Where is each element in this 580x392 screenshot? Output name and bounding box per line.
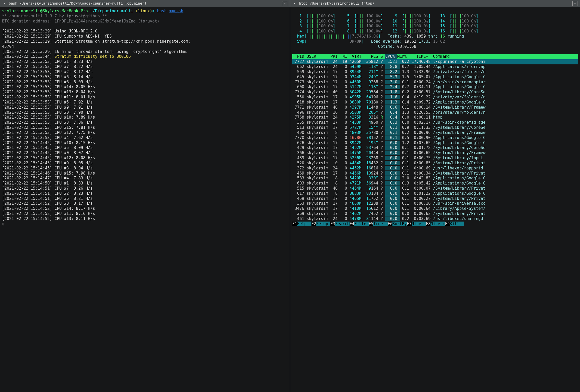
banner-line: ** cpuminer-multi 1.3.7 by tpruvot@githu… <box>2 14 288 19</box>
log-line: [2021-02-22 15:13:53] CPU #1: 8.23 H/s <box>2 59 288 64</box>
process-row[interactable]: 7771 skylarsim 40 0 4397M 11448 ? 0.6 0.… <box>292 105 578 110</box>
close-icon[interactable]: ✕ <box>3 2 6 5</box>
fkey-bar: F1Help F2Setup F3SearchF4FilterF5Tree F6… <box>292 222 578 227</box>
process-row[interactable]: 618 skylarsim 17 0 8880M 70180 ? 1.3 0.4… <box>292 100 578 105</box>
log-line: [2021-02-22 15:13:53] CPU #0: 7.90 H/s <box>2 110 288 115</box>
fkey-label: F4 <box>350 222 354 226</box>
log-line: [2021-02-22 15:14:51] CPU #2: 8.23 H/s <box>2 191 288 196</box>
fkey-label: F8 <box>426 222 431 226</box>
left-tabbar[interactable]: ✕ bash /Users/skylarsimoncelli/Downloads… <box>0 0 290 7</box>
fkey-label: F7 <box>407 222 412 226</box>
fkey-action[interactable]: Help <box>297 222 311 226</box>
left-tab-title: bash /Users/skylarsimoncelli/Downloads/c… <box>9 1 282 6</box>
process-table-header[interactable]: PID USER PRI NI VIRT RES S CPU% MEM% TIM… <box>292 54 578 59</box>
log-line: [2021-02-22 15:14:47] CPU #4: 7.83 H/s <box>2 176 288 181</box>
fkey-label: F6 <box>388 222 392 226</box>
log-line: [2021-02-22 15:13:53] CPU #9: 7.91 H/s <box>2 105 288 110</box>
swp-load-row: Swp[ 0K/0K] Load average: 19.62 17.33 15… <box>292 39 578 44</box>
cpu-meter-row: 3 [||||100.0%] 7 [||||100.0%] 11 [||||10… <box>292 24 578 29</box>
process-row[interactable]: 600 skylarsim 17 0 5127M 118M ? 2.4 0.7 … <box>292 85 578 90</box>
process-row[interactable]: 490 skylarsim 8 0 4803M 35780 ? 0.1 0.2 … <box>292 130 578 135</box>
right-tabbar[interactable]: ✕ htop /Users/skylarsimoncelli (htop) ≡ <box>290 0 580 7</box>
process-row[interactable]: 603 skylarsim 8 0 4721M 56944 ? 0.0 0.3 … <box>292 181 578 186</box>
process-row[interactable]: 372 skylarsim 24 0 4462M 16816 ? 0.0 0.1… <box>292 166 578 171</box>
fkey-action[interactable]: Filter <box>354 222 369 226</box>
right-pane: ✕ htop /Users/skylarsimoncelli (htop) ≡ … <box>290 0 580 392</box>
cursor: ▯ <box>2 222 288 227</box>
uptime-row: Uptime: 03:01:58 <box>292 44 578 49</box>
process-row[interactable]: 617 skylarsim 8 0 8883M 83184 ? 0.0 0.5 … <box>292 191 578 196</box>
process-row[interactable]: 559 skylarsim 17 0 8954M 211M ? 8.2 1.3 … <box>292 70 578 75</box>
process-row[interactable]: 662 skylarsim 24 0 5459M 118M ? 8.8 0.7 … <box>292 64 578 70</box>
log-line: [2021-02-22 15:14:46] CPU #15: 7.98 H/s <box>2 171 288 176</box>
process-row[interactable]: 7727 skylarsim 24 19 4265M 35812 ? 1521 … <box>292 59 578 64</box>
process-row[interactable]: 550 skylarsim 17 0 4905M 64196 ? 1.6 0.4… <box>292 95 578 100</box>
left-terminal[interactable]: skylarsimoncelli@Skylars-MacBook-Pro ~/D… <box>0 7 290 392</box>
process-row[interactable]: 489 skylarsim 17 0 5256M 23268 ? 0.0 0.1… <box>292 156 578 161</box>
right-terminal[interactable]: 1 [||||100.0%] 5 [||||100.0%] 9 [||||100… <box>290 7 580 392</box>
fkey-action[interactable]: Tree <box>373 222 388 226</box>
cpu-meter-row: 2 [||||100.0%] 6 [||||100.0%] 10 [||||10… <box>292 19 578 24</box>
fkey-action[interactable]: Search <box>335 222 350 226</box>
hamburger-icon[interactable]: ≡ <box>282 1 287 6</box>
process-row[interactable]: 469 skylarsim 17 0 4466M 13924 ? 0.0 0.1… <box>292 171 578 176</box>
log-line: [2021-02-22 15:13:53] CPU #4: 7.62 H/s <box>2 135 288 141</box>
process-row[interactable]: 3476 skylarsim 17 0 4410M 15612 ? 0.0 0.… <box>292 206 578 211</box>
process-row[interactable]: 429 skylarsim 17 0 4492M 23764 ? 0.0 0.1… <box>292 145 578 151</box>
process-row[interactable]: 366 skylarsim 17 0 4475M 20444 ? 0.0 0.1… <box>292 151 578 156</box>
log-line: [2021-02-22 15:14:45] CPU #0: 8.07 H/s <box>2 151 288 156</box>
process-row[interactable]: 515 skylarsim 40 0 4464M 9164 ? 0.0 0.1 … <box>292 186 578 191</box>
process-row[interactable]: 7770 skylarsim 8 0 16.8G 78152 ? 0.1 0.5… <box>292 135 578 141</box>
app-root: ✕ bash /Users/skylarsimoncelli/Downloads… <box>0 0 580 392</box>
process-row[interactable]: 496 skylarsim 16 0 5503M 205M ? 0.4 1.3 … <box>292 110 578 115</box>
fkey-label: F1 <box>292 222 297 226</box>
process-row[interactable]: 369 skylarsim 17 0 4462M 7452 ? 0.0 0.0 … <box>292 211 578 216</box>
process-row[interactable]: 7773 skylarsim 17 0 4460M 9268 ? 3.0 0.1… <box>292 80 578 85</box>
right-tab-title: htop /Users/skylarsimoncelli (htop) <box>299 1 572 6</box>
log-line: [2021-02-22 15:13:44] Stratum difficulty… <box>2 54 288 59</box>
log-line: [2021-02-22 15:13:53] CPU #13: 8.04 H/s <box>2 90 288 95</box>
log-line: [2021-02-22 15:14:51] CPU #6: 8.21 H/s <box>2 196 288 201</box>
log-line: [2021-02-22 15:13:53] CPU #15: 7.81 H/s <box>2 125 288 130</box>
log-line: [2021-02-22 15:14:51] CPU #7: 8.26 H/s <box>2 186 288 191</box>
log-line: [2021-02-22 15:14:45] CPU #3: 8.04 H/s <box>2 166 288 171</box>
log-line: [2021-02-22 15:14:52] CPU #13: 8.11 H/s <box>2 216 288 222</box>
log-line: [2021-02-22 15:13:53] CPU #8: 8.09 H/s <box>2 80 288 85</box>
process-row[interactable]: 583 skylarsim 8 0 5420M 330M ? 0.0 2.0 0… <box>292 176 578 181</box>
fkey-action[interactable]: Kill <box>450 222 464 226</box>
log-line: [2021-02-22 15:13:29] Starting Stratum o… <box>2 39 288 44</box>
process-row[interactable]: 520 skylarsim 0 0 4484M 18432 ? 0.0 0.1 … <box>292 161 578 166</box>
process-row[interactable]: 459 skylarsim 17 0 4465M 11752 ? 0.0 0.1… <box>292 196 578 201</box>
log-line: [2021-02-22 15:13:29] 16 miner threads s… <box>2 49 288 54</box>
fkey-label: F5 <box>369 222 374 226</box>
log-line: [2021-02-22 15:13:53] CPU #14: 8.05 H/s <box>2 85 288 90</box>
process-row[interactable]: 7768 skylarsim 24 0 4275M 3316 R 0.4 0.0… <box>292 115 578 120</box>
fkey-action[interactable]: SortBy <box>392 222 407 226</box>
fkey-label: F3 <box>330 222 335 226</box>
process-row[interactable]: 513 skylarsim 17 0 5727M 154M ? 0.1 0.9 … <box>292 125 578 130</box>
log-line: [2021-02-22 15:13:53] CPU #6: 8.14 H/s <box>2 75 288 80</box>
log-line: [2021-02-22 15:14:52] CPU #14: 8.17 H/s <box>2 206 288 211</box>
process-row[interactable]: 645 skylarsim 17 0 9344M 249M ? 5.3 1.5 … <box>292 75 578 80</box>
fkey-label: F2 <box>311 222 316 226</box>
process-row[interactable]: 355 skylarsim 17 0 4433M 4960 ? 0.3 0.0 … <box>292 120 578 125</box>
hamburger-icon[interactable]: ≡ <box>572 1 577 6</box>
process-row[interactable]: 7774 skylarsim 40 0 5042M 29584 ? 1.8 0.… <box>292 90 578 95</box>
process-row[interactable]: 461 skylarsim 24 0 4478M 31144 ? 0.0 0.2… <box>292 216 578 222</box>
log-line: [2021-02-22 15:13:53] CPU #3: 7.86 H/s <box>2 120 288 125</box>
log-line: [2021-02-22 15:13:29] CPU Supports AES-N… <box>2 34 288 39</box>
fkey-action[interactable]: Nice - <box>412 222 426 226</box>
log-line: [2021-02-22 15:14:45] CPU #10: 8.15 H/s <box>2 141 288 146</box>
process-row[interactable]: 626 skylarsim 17 0 8942M 195M ? 0.0 1.2 … <box>292 141 578 146</box>
log-line: [2021-02-22 15:13:53] CPU #12: 7.75 H/s <box>2 130 288 135</box>
close-icon[interactable]: ✕ <box>293 2 296 5</box>
mem-tasks-row: Mem[|||||||||||||||||||7.74G/16.0G] Task… <box>292 34 578 39</box>
fkey-action[interactable]: Setup <box>316 222 330 226</box>
cpu-meter-row: 1 [||||100.0%] 5 [||||100.0%] 9 [||||100… <box>292 14 578 19</box>
fkey-label: F9 <box>445 222 450 226</box>
process-row[interactable]: 363 skylarsim 17 0 4860M 12288 ? 0.0 0.1… <box>292 201 578 206</box>
log-line: [2021-02-22 15:13:53] CPU #10: 7.89 H/s <box>2 115 288 120</box>
blank-line <box>292 9 578 14</box>
log-line: [2021-02-22 15:14:52] CPU #11: 8.16 H/s <box>2 211 288 216</box>
fkey-action[interactable]: Nice + <box>431 222 445 226</box>
